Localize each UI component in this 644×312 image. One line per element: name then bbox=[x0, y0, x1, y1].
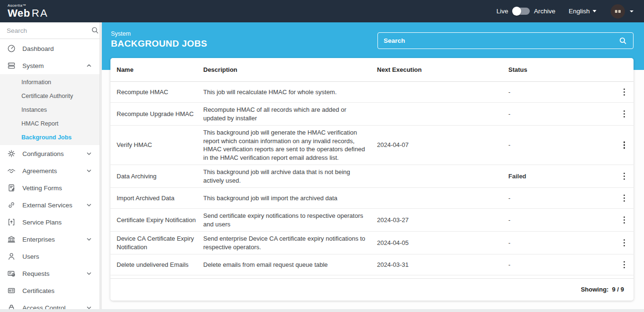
brand-webra-label: WebRA bbox=[8, 7, 48, 19]
job-description: Send certificate expiry notifications to… bbox=[203, 212, 377, 228]
job-name: Recompute Upgrade HMAC bbox=[110, 110, 203, 118]
job-status: - bbox=[508, 141, 615, 149]
sidebar-item-certificates[interactable]: Certificates bbox=[0, 282, 99, 299]
webra-app: Ascertia™ WebRA Live Archive English bbox=[0, 0, 644, 312]
job-status: - bbox=[508, 88, 615, 97]
sidebar-item-label: Vetting Forms bbox=[22, 185, 62, 192]
live-archive-toggle[interactable] bbox=[513, 8, 530, 15]
user-avatar[interactable] bbox=[611, 4, 625, 19]
chevron-down-icon bbox=[86, 202, 92, 208]
brand-logo: Ascertia™ WebRA bbox=[8, 4, 48, 19]
job-status: - bbox=[508, 239, 615, 247]
link-icon bbox=[7, 201, 16, 209]
sidebar-item-external-services[interactable]: External Services bbox=[0, 196, 99, 214]
job-description: This background job will import the arch… bbox=[203, 194, 377, 203]
live-archive-toggle-group: Live Archive bbox=[496, 8, 555, 15]
column-header-next-execution: Next Execution bbox=[377, 66, 508, 73]
submenu-item-background-jobs[interactable]: Background Jobs bbox=[0, 130, 99, 144]
table-row: Delete undelivered Emails Delete emails … bbox=[110, 254, 634, 275]
row-actions-menu-icon[interactable] bbox=[620, 215, 629, 225]
sidebar-item-label: Configurations bbox=[22, 150, 64, 157]
job-description: Recompute HMAC of all records which are … bbox=[203, 106, 377, 122]
sidebar-item-system[interactable]: System bbox=[0, 57, 99, 74]
job-status: - bbox=[508, 110, 615, 118]
row-actions-menu-icon[interactable] bbox=[620, 140, 629, 150]
sidebar-item-vetting-forms[interactable]: Vetting Forms bbox=[0, 179, 99, 196]
row-actions-menu-icon[interactable] bbox=[620, 260, 629, 270]
job-name: Recompute HMAC bbox=[110, 88, 203, 97]
search-icon[interactable] bbox=[91, 26, 99, 35]
row-actions-menu-icon[interactable] bbox=[620, 238, 629, 248]
sidebar-item-label: Users bbox=[22, 253, 39, 260]
sidebar-item-label: External Services bbox=[22, 202, 72, 209]
submenu-item-hmac-report[interactable]: HMAC Report bbox=[0, 117, 99, 130]
sidebar-item-enterprises[interactable]: Enterprises bbox=[0, 231, 99, 248]
table-body: Recompute HMAC This job will recalculate… bbox=[110, 82, 634, 279]
job-description: This job will recalculate HMAC for whole… bbox=[203, 88, 377, 97]
handshake-icon bbox=[7, 166, 16, 175]
server-icon bbox=[7, 61, 16, 70]
submenu-item-information[interactable]: Information bbox=[0, 75, 99, 89]
sidebar-item-label: System bbox=[22, 62, 44, 69]
job-name: Device CA Certificate Expiry Notificatio… bbox=[110, 234, 203, 251]
job-status: - bbox=[508, 194, 615, 203]
table-row: Recompute HMAC This job will recalculate… bbox=[110, 82, 634, 103]
job-next-execution: 2024-04-07 bbox=[377, 141, 508, 149]
job-name: Delete undelivered Emails bbox=[110, 261, 203, 269]
topbar-controls: Live Archive English bbox=[496, 4, 644, 19]
job-next-execution: 2024-03-31 bbox=[377, 261, 508, 269]
table-search-input[interactable] bbox=[384, 37, 619, 44]
job-name: Verify HMAC bbox=[110, 141, 203, 149]
sidebar-item-service-plans[interactable]: Service Plans bbox=[0, 214, 99, 231]
sidebar-item-configurations[interactable]: Configurations bbox=[0, 145, 99, 162]
user-menu[interactable] bbox=[611, 4, 634, 19]
toggle-knob[interactable] bbox=[512, 7, 521, 16]
sidebar-item-label: Enterprises bbox=[22, 236, 55, 243]
job-name: Certificate Expiry Notification bbox=[110, 216, 203, 224]
sidebar-item-dashboard[interactable]: Dashboard bbox=[0, 40, 99, 57]
submenu-item-instances[interactable]: Instances bbox=[0, 103, 99, 117]
job-name: Import Archived Data bbox=[110, 194, 203, 203]
job-description: Send enterprise Device CA certificate ex… bbox=[203, 234, 377, 251]
table-row: Import Archived Data This background job… bbox=[110, 188, 634, 209]
archive-label: Archive bbox=[534, 8, 555, 15]
sidebar-item-users[interactable]: Users bbox=[0, 248, 99, 265]
column-header-name: Name bbox=[110, 66, 203, 73]
row-actions-menu-icon[interactable] bbox=[620, 171, 629, 182]
main-content: System BACKGROUND JOBS Name Description … bbox=[102, 22, 644, 312]
system-submenu: Information Certificate Authority Instan… bbox=[0, 74, 99, 145]
sidebar-search-input[interactable] bbox=[7, 27, 91, 34]
row-actions-menu-icon[interactable] bbox=[620, 109, 629, 119]
sidebar-scrollbar[interactable] bbox=[100, 22, 102, 309]
table-footer: Showing: 9 / 9 bbox=[110, 279, 634, 300]
sidebar-item-agreements[interactable]: Agreements bbox=[0, 162, 99, 179]
sidebar-item-label: Dashboard bbox=[22, 45, 54, 52]
search-icon[interactable] bbox=[619, 37, 627, 45]
chevron-down-icon bbox=[86, 151, 92, 156]
row-actions-menu-icon[interactable] bbox=[620, 193, 629, 204]
submenu-item-certificate-authority[interactable]: Certificate Authority bbox=[0, 89, 99, 103]
job-next-execution: 2024-04-05 bbox=[377, 239, 508, 247]
row-actions-menu-icon[interactable] bbox=[620, 87, 629, 98]
job-next-execution: 2024-03-27 bbox=[377, 216, 508, 224]
table-row: Reorganise or Rebuild Reorganise or Rebu… bbox=[110, 275, 634, 279]
job-status: - bbox=[508, 261, 615, 269]
sidebar-item-label: Requests bbox=[22, 270, 50, 277]
sidebar: Dashboard System Information Certificate… bbox=[0, 22, 100, 312]
page-title: BACKGROUND JOBS bbox=[111, 39, 207, 49]
background-jobs-card: Name Description Next Execution Status R… bbox=[110, 58, 634, 301]
job-status-failed: Failed bbox=[508, 172, 615, 181]
chevron-down-icon bbox=[86, 271, 92, 276]
table-row: Recompute Upgrade HMAC Recompute HMAC of… bbox=[110, 103, 634, 126]
breadcrumb: System bbox=[111, 30, 207, 37]
sidebar-search bbox=[0, 22, 99, 39]
sidebar-item-requests[interactable]: Requests bbox=[0, 265, 99, 282]
form-icon bbox=[7, 184, 16, 192]
chevron-down-icon bbox=[86, 236, 92, 242]
language-dropdown[interactable]: English bbox=[569, 8, 596, 15]
table-header: Name Description Next Execution Status bbox=[110, 58, 634, 82]
certificate-icon bbox=[7, 286, 16, 295]
horizontal-scrollbar[interactable] bbox=[0, 309, 644, 312]
topbar: Ascertia™ WebRA Live Archive English bbox=[0, 0, 644, 22]
gauge-icon bbox=[7, 44, 16, 53]
